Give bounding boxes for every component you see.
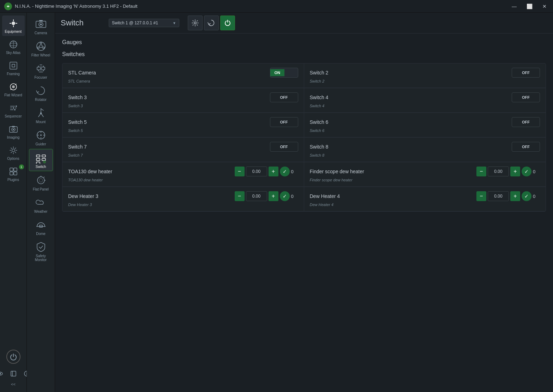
mount-icon [35,107,47,119]
switch-8-toggle[interactable]: OFF [512,142,540,152]
collapse-button[interactable]: << [11,382,16,386]
eq-item-camera[interactable]: Camera [29,16,53,37]
svg-rect-58 [36,158,40,161]
gauges-section-title: Gauges [62,39,546,46]
eq-item-guider[interactable]: Guider [29,127,53,148]
eq-dome-label: Dome [36,232,46,236]
sidebar-item-options-label: Options [7,157,19,161]
switch-7-toggle[interactable]: OFF [270,142,298,152]
dew-heater-4-decrement[interactable]: − [476,191,486,201]
refresh-button[interactable] [204,16,219,30]
toa130-increment[interactable]: + [269,167,278,176]
eq-item-focuser[interactable]: Focuser [29,60,53,82]
svg-rect-21 [14,168,17,171]
sidebar-item-options[interactable]: Options [2,143,25,163]
dew-heater-3-input[interactable] [246,191,267,201]
eq-item-rotator[interactable]: Rotator [29,82,53,104]
toa130-input[interactable] [246,167,267,176]
dew-heater-4-control: − + ✓ 0 [476,191,540,201]
left-sidebar: Equipment Sky Atlas Framing [0,13,27,392]
sidebar-item-flat-wizard[interactable]: Flat Wizard [2,79,25,99]
toa130-decrement[interactable]: − [235,167,245,176]
switch-5-toggle[interactable]: OFF [270,117,298,127]
svg-rect-4 [10,62,17,69]
eq-item-weather[interactable]: Weather [29,194,53,216]
switch-4-toggle[interactable]: OFF [512,92,540,102]
switch-7-name: Switch 7 [68,144,87,150]
switch-7: Switch 7 OFF Switch 7 [62,138,304,162]
dew-heater-3-decrement[interactable]: − [235,191,245,201]
stl-camera-name: STL Camera [68,70,96,76]
switch-2-toggle[interactable]: OFF [512,68,540,78]
eq-item-mount[interactable]: Mount [29,104,53,126]
finder-scope-decrement[interactable]: − [476,167,486,176]
svg-point-64 [37,177,44,184]
sidebar-item-sequencer[interactable]: Sequencer [2,100,25,121]
main-content: Switch Switch 1 @ 127.0.0.1 #1 ▼ [55,13,553,392]
sidebar-item-framing[interactable]: Framing [2,58,25,78]
switches-row-3: Switch 5 OFF Switch 5 Switch 6 OFF Switc… [62,113,546,138]
framing-icon [8,60,19,71]
toa130-name: TOA130 dew heater [68,169,112,174]
switch-8: Switch 8 OFF Switch 8 [304,138,546,162]
stl-camera-toggle[interactable]: ON [270,68,298,78]
imaging-icon [8,123,19,135]
settings-button[interactable] [188,16,203,30]
eq-item-dome[interactable]: Dome [29,216,53,238]
svg-point-71 [194,22,196,24]
svg-rect-18 [12,126,15,127]
finder-scope-input[interactable] [488,167,509,176]
header-actions [188,16,235,30]
eq-item-filter-wheel[interactable]: Filter Wheel [29,38,53,59]
maximize-button[interactable]: ⬜ [524,3,535,10]
stl-camera-on: ON [270,69,285,76]
sidebar-item-equipment-label: Equipment [5,30,22,34]
dew-heater-3-confirm[interactable]: ✓ [280,191,290,201]
power-toggle-button[interactable] [220,16,235,30]
switch-3-toggle[interactable]: OFF [270,92,298,102]
close-button[interactable]: ✕ [540,3,549,10]
finder-scope-increment[interactable]: + [510,167,520,176]
switch-3-desc: Switch 3 [68,104,298,108]
power-button[interactable] [6,350,20,364]
camera-icon [35,18,47,30]
finder-scope-confirm[interactable]: ✓ [522,167,531,176]
dew-heater-4-confirm[interactable]: ✓ [522,191,531,201]
svg-point-36 [40,45,42,48]
sidebar-item-plugins-label: Plugins [7,178,19,182]
eye-button[interactable] [0,368,6,379]
sidebar-item-equipment[interactable]: Equipment [2,16,25,36]
options-icon [8,145,19,156]
switches-section-title: Switches [62,51,546,58]
sidebar-item-plugins[interactable]: Plugins 1 [2,164,25,184]
device-selector[interactable]: Switch 1 @ 127.0.0.1 #1 ▼ [109,19,179,27]
switch-6-toggle[interactable]: OFF [512,117,540,127]
app-title: N.I.N.A. - Nighttime Imaging 'N' Astrono… [15,4,137,9]
dew-heater-3-value: 0 [291,194,298,199]
titlebar-left: N.I.N.A. - Nighttime Imaging 'N' Astrono… [4,2,137,10]
switch-6: Switch 6 OFF Switch 6 [304,113,546,137]
dew-heater-3-increment[interactable]: + [269,191,278,201]
minimize-button[interactable]: — [510,3,519,10]
eq-item-switch[interactable]: Switch [29,149,53,171]
switch-icon [35,151,47,164]
page-title: Switch [61,18,103,28]
finder-scope-value: 0 [533,169,540,174]
toa130-desc: TOA130 dew heater [68,178,298,182]
eq-item-flat-panel[interactable]: Flat Panel [29,172,53,193]
dew-heater-4-increment[interactable]: + [510,191,520,201]
sky-atlas-icon [8,39,19,50]
eq-item-safety-monitor[interactable]: Safety Monitor [29,239,53,264]
sidebar-item-imaging[interactable]: Imaging [2,121,25,142]
sidebar-item-sequencer-label: Sequencer [5,114,22,119]
svg-point-7 [12,85,15,88]
svg-rect-23 [14,172,17,175]
svg-rect-57 [36,155,40,157]
dew-heater-4-input[interactable] [488,191,509,201]
book-button[interactable] [8,368,19,379]
svg-line-49 [41,109,43,110]
toa130-confirm[interactable]: ✓ [280,167,290,176]
svg-point-45 [40,68,42,69]
equipment-icon [8,18,19,29]
sidebar-item-sky-atlas[interactable]: Sky Atlas [2,37,25,57]
